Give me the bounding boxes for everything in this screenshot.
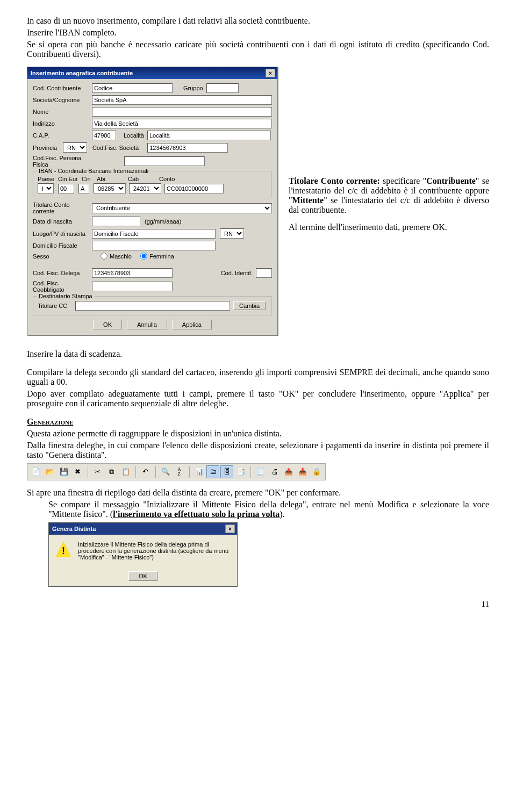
- cf-delega-input[interactable]: [92, 268, 173, 278]
- cambia-button[interactable]: Cambia: [233, 301, 266, 310]
- right-p1e: Mittente: [292, 196, 324, 205]
- import-icon[interactable]: 📥: [296, 465, 309, 478]
- copy-icon[interactable]: ⧉: [105, 465, 118, 478]
- sort-icon[interactable]: AZ: [173, 465, 186, 478]
- label-cf-coobbligato: Cod. Fisc. Coobbligato: [33, 280, 92, 293]
- dest-stampa-group: Destinatario Stampa Titolare CC Cambia: [33, 296, 272, 315]
- conto-input[interactable]: [164, 184, 224, 193]
- cf-societa-input[interactable]: [147, 143, 228, 153]
- label-cf-persona: Cod.Fisc. Persona Fisica: [33, 155, 92, 168]
- undo-icon[interactable]: ↶: [139, 465, 152, 478]
- gen-p1: Questa azione permette di raggruppare le…: [27, 429, 489, 439]
- close-icon[interactable]: ×: [266, 69, 275, 77]
- societa-input[interactable]: [92, 95, 272, 105]
- gruppo-input[interactable]: [206, 83, 239, 93]
- p-scadenza: Inserire la data di scadenza.: [27, 349, 489, 359]
- genera-distinta-msgbox: Genera Distinta × ! Inizializzare il Mit…: [48, 522, 238, 587]
- label-paese: Paese: [38, 176, 58, 182]
- label-cineur: Cin Eur: [58, 176, 82, 182]
- msgbox-text: Inizializzare il Mittente Fisico della d…: [78, 541, 231, 561]
- domicilio-input[interactable]: [92, 241, 216, 250]
- label-cf-societa: Cod.Fisc. Società: [92, 145, 139, 151]
- luogo-nascita-input[interactable]: [92, 229, 216, 239]
- cf-persona-input[interactable]: [124, 156, 205, 166]
- dest-titolare-cc-input[interactable]: [75, 301, 230, 311]
- toolbar-separator: [189, 466, 190, 478]
- genera-distinta-icon[interactable]: 🧾: [254, 465, 267, 478]
- label-indirizzo: Indirizzo: [33, 120, 92, 127]
- cin-input[interactable]: [78, 184, 89, 193]
- cut-icon[interactable]: ✂: [91, 465, 104, 478]
- dialog-title: Inserimento anagrafica contribuente: [31, 70, 133, 76]
- abi-select[interactable]: 06285: [94, 183, 126, 193]
- dest-stampa-title: Destinatario Stampa: [37, 293, 95, 299]
- cineur-input[interactable]: [58, 184, 74, 193]
- label-femmina: Femmina: [149, 253, 174, 260]
- lock-icon[interactable]: 🔒: [310, 465, 323, 478]
- cod-contribuente-input[interactable]: [92, 83, 173, 93]
- provincia-select[interactable]: RN: [63, 142, 87, 153]
- iban-group-title: IBAN - Coordinate Bancarie Internazional…: [37, 168, 150, 174]
- after-tb-p1: Si apre una finestra di riepilogo dati d…: [27, 488, 489, 498]
- find-icon[interactable]: 🔍: [159, 465, 172, 478]
- label-titolare-cc: Titolare CC: [38, 303, 75, 309]
- after-tb-p2c: ).: [280, 509, 284, 519]
- new-icon[interactable]: 📄: [30, 465, 42, 478]
- dialog-buttons: OK Annulla Applica: [33, 320, 272, 329]
- toolbar-separator: [88, 466, 88, 478]
- titolare-select[interactable]: Contribuente: [92, 203, 272, 213]
- annulla-button[interactable]: Annulla: [127, 320, 167, 329]
- p-dopo-compilato: Dopo aver compilato adeguatamente tutti …: [27, 389, 489, 408]
- cap-input[interactable]: [92, 131, 116, 140]
- label-titolare: Titolare Conto corrente: [33, 202, 92, 214]
- sesso-maschio-radio[interactable]: [101, 253, 108, 260]
- cod-identif-input[interactable]: [256, 268, 272, 278]
- label-localita: Località: [124, 132, 144, 139]
- warning-icon: !: [55, 541, 71, 557]
- ok-button[interactable]: OK: [93, 320, 122, 329]
- filter-icon[interactable]: 📊: [193, 465, 206, 478]
- label-cod-contribuente: Cod. Contribuente: [33, 85, 92, 91]
- toolbar-separator: [135, 466, 136, 478]
- report-icon[interactable]: 📑: [234, 465, 247, 478]
- nome-input[interactable]: [92, 107, 272, 117]
- label-nome: Nome: [33, 109, 92, 115]
- label-cab: Cab: [128, 176, 159, 182]
- paese-select[interactable]: IT: [38, 183, 54, 193]
- label-sesso: Sesso: [33, 253, 92, 260]
- sesso-femmina-radio[interactable]: [140, 253, 147, 260]
- page-number: 11: [27, 600, 489, 609]
- intro-p1: In caso di un nuovo inserimento, compila…: [27, 16, 489, 26]
- paste-icon[interactable]: 📋: [119, 465, 132, 478]
- label-abi: Abi: [97, 176, 128, 182]
- label-cf-delega: Cod. Fisc. Delega: [33, 270, 92, 276]
- delete-icon[interactable]: ✖: [71, 465, 84, 478]
- right-column-text: Titolare Conto corrente: specificare "Co…: [289, 176, 489, 234]
- label-provincia: Provincia: [33, 145, 63, 151]
- data-nascita-input[interactable]: [92, 217, 140, 226]
- export-icon[interactable]: 📤: [282, 465, 295, 478]
- localita-input[interactable]: [147, 131, 271, 140]
- label-luogo-pv: Luogo/PV di nascita: [33, 231, 92, 237]
- form2-icon[interactable]: 🗄: [220, 465, 233, 478]
- after-tb-p2b: l'inserimento va effettuato solo la prim…: [113, 509, 280, 519]
- p-delega: Compilare la delega secondo gli standard…: [27, 368, 489, 387]
- right-p2: Al termine dell'inserimento dati, premer…: [289, 222, 489, 232]
- applica-button[interactable]: Applica: [172, 320, 212, 329]
- cf-coobbligato-input[interactable]: [92, 282, 173, 291]
- contribuente-dialog: Inserimento anagrafica contribuente × Co…: [27, 67, 278, 335]
- close-icon[interactable]: ×: [225, 524, 235, 533]
- msgbox-ok-button[interactable]: OK: [128, 571, 157, 581]
- label-cin: Cin: [82, 176, 97, 182]
- label-gruppo: Gruppo: [183, 85, 203, 91]
- indirizzo-input[interactable]: [92, 119, 272, 128]
- dialog-titlebar: Inserimento anagrafica contribuente ×: [27, 67, 277, 79]
- toolbar-separator: [250, 466, 251, 478]
- print-icon[interactable]: 🖨: [268, 465, 281, 478]
- cab-select[interactable]: 24201: [129, 183, 161, 193]
- save-icon[interactable]: 💾: [58, 465, 70, 478]
- open-icon[interactable]: 📂: [44, 465, 56, 478]
- form1-icon[interactable]: 🗂: [206, 465, 219, 478]
- date-hint: (gg/mm/aaaa): [145, 218, 181, 225]
- pv-nascita-select[interactable]: RN: [220, 228, 244, 239]
